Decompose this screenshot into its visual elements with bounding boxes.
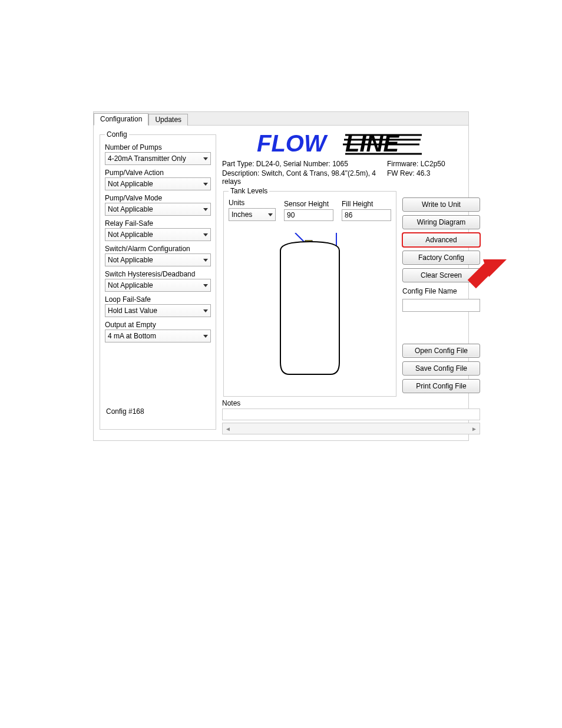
tab-strip: Configuration Updates	[94, 112, 468, 126]
label-loop-fail-safe: Loop Fail-Safe	[105, 295, 211, 304]
label-switch-hyst: Switch Hysteresis/Deadband	[105, 270, 211, 278]
combo-pump-valve-action[interactable]: Not Applicable	[105, 177, 211, 190]
config-groupbox: Config Number of Pumps 4-20mA Transmitte…	[100, 130, 216, 430]
description: Description: Switch, Cont & Trans, 98.4"…	[222, 169, 387, 186]
sensor-height-label: Sensor Height	[284, 200, 333, 208]
notes-input[interactable]	[222, 409, 480, 420]
factory-config-button[interactable]: Factory Config	[402, 251, 480, 265]
print-config-file-button[interactable]: Print Config File	[402, 379, 480, 393]
config-file-name-label: Config File Name	[402, 287, 480, 295]
tab-configuration[interactable]: Configuration	[94, 113, 148, 126]
label-output-empty: Output at Empty	[105, 321, 211, 329]
chevron-down-icon	[203, 309, 208, 312]
combo-pump-valve-mode[interactable]: Not Applicable	[105, 203, 211, 216]
combo-switch-alarm-cfg[interactable]: Not Applicable	[105, 253, 211, 266]
tab-updates[interactable]: Updates	[148, 114, 188, 126]
tank-diagram	[229, 233, 391, 382]
scroll-right-icon[interactable]: ►	[471, 426, 477, 432]
units-label: Units	[229, 199, 276, 207]
chevron-down-icon	[203, 259, 208, 262]
svg-marker-10	[483, 259, 507, 277]
combo-units[interactable]: Inches	[229, 208, 276, 221]
chevron-down-icon	[203, 183, 208, 186]
combo-relay-fail-safe[interactable]: Not Applicable	[105, 228, 211, 241]
tank-levels-groupbox: Tank Levels Units Inches Sensor Height	[223, 187, 396, 397]
config-window: Configuration Updates Config Number of P…	[93, 111, 469, 441]
svg-text:FLOW: FLOW	[257, 130, 328, 156]
combo-output-empty[interactable]: 4 mA at Bottom	[105, 330, 211, 342]
fw-rev: FW Rev: 46.3	[387, 169, 475, 177]
chevron-down-icon	[203, 335, 208, 338]
label-relay-fail-safe: Relay Fail-Safe	[105, 219, 211, 228]
open-config-file-button[interactable]: Open Config File	[402, 344, 480, 358]
label-pump-valve-mode: Pump/Valve Mode	[105, 194, 211, 202]
scroll-left-icon[interactable]: ◄	[225, 426, 231, 432]
combo-num-pumps[interactable]: 4-20mA Transmitter Only	[105, 152, 211, 165]
label-pump-valve-action: Pump/Valve Action	[105, 169, 211, 177]
wiring-diagram-button[interactable]: Wiring Diagram	[402, 215, 480, 229]
notes-scrollbar[interactable]: ◄ ►	[222, 423, 480, 434]
combo-switch-hyst[interactable]: Not Applicable	[105, 279, 211, 292]
config-legend: Config	[105, 130, 129, 139]
write-to-unit-button[interactable]: Write to Unit	[402, 197, 480, 212]
label-switch-alarm-cfg: Switch/Alarm Configuration	[105, 245, 211, 253]
save-config-file-button[interactable]: Save Config File	[402, 361, 480, 375]
config-file-name-input[interactable]	[402, 299, 480, 312]
notes-label: Notes	[222, 399, 480, 407]
part-serial: Part Type: DL24-0, Serial Number: 1065	[222, 160, 387, 168]
config-number: Config #168	[105, 407, 211, 416]
label-num-pumps: Number of Pumps	[105, 143, 211, 151]
advanced-button[interactable]: Advanced	[402, 233, 480, 247]
combo-loop-fail-safe[interactable]: Hold Last Value	[105, 304, 211, 317]
chevron-down-icon	[203, 284, 208, 287]
flowline-logo: FLOW LINE	[257, 130, 445, 156]
fill-height-input[interactable]	[342, 209, 391, 221]
clear-screen-button[interactable]: Clear Screen	[402, 268, 480, 282]
tank-levels-legend: Tank Levels	[229, 187, 269, 195]
chevron-down-icon	[268, 213, 273, 216]
sensor-height-input[interactable]	[284, 209, 333, 221]
chevron-down-icon	[203, 157, 208, 160]
chevron-down-icon	[203, 233, 208, 236]
chevron-down-icon	[203, 208, 208, 211]
fill-height-label: Fill Height	[342, 200, 391, 208]
firmware: Firmware: LC2p50	[387, 160, 475, 168]
